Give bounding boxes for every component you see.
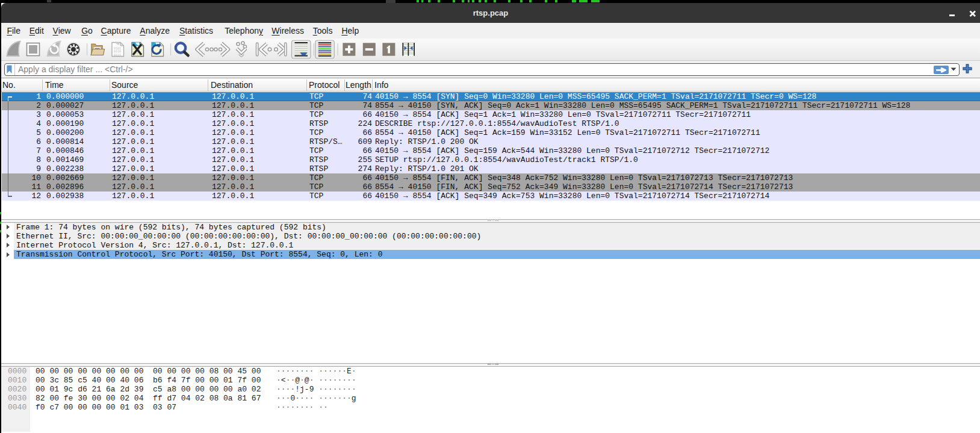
svg-text:0111: 0111 (114, 54, 121, 57)
